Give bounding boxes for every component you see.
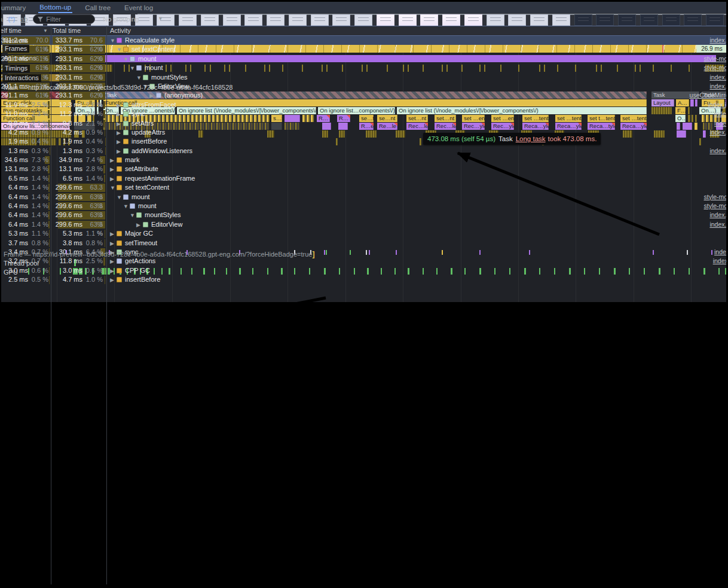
collapse-icon[interactable]: ▼: [117, 193, 123, 202]
total-time-percent: 7.4 %: [84, 156, 103, 164]
whole-word-button[interactable]: ab: [20, 16, 27, 23]
table-row[interactable]: 4.2 ms0.9 %4.2 ms0.9 %▶updateAttrsindex.…: [0, 128, 725, 137]
table-row[interactable]: 6.5 ms1.4 %6.5 ms1.4 %▶requestAnimationF…: [0, 174, 725, 183]
table-row[interactable]: 5.3 ms1.1 %5.3 ms1.1 %▶Major GC: [0, 229, 725, 238]
source-link[interactable]: index.js: [709, 211, 725, 220]
source-link[interactable]: index.js: [709, 128, 725, 137]
table-row[interactable]: 1.3 ms0.3 %1.3 ms0.3 %▶addWindowListener…: [0, 147, 725, 156]
source-link[interactable]: style-mod: [703, 63, 725, 72]
tab-summary[interactable]: Summary: [0, 2, 27, 13]
table-row[interactable]: 6.4 ms1.4 %299.6 ms63.3 %▼mountstyle-mod: [0, 202, 725, 211]
frame-thread-title[interactable]: Frame — https://id-preview--bd53fd9d-728…: [4, 250, 314, 258]
activity-color-swatch: [117, 176, 122, 181]
source-link[interactable]: index.js:: [708, 100, 725, 109]
expand-icon[interactable]: ▶: [110, 165, 117, 174]
table-row[interactable]: 291.1 ms61.6 %293.1 ms62.0 %▼mountstyle-…: [0, 63, 725, 72]
table-row[interactable]: 6.4 ms1.4 %299.6 ms63.3 %▼mountstyle-mod: [0, 193, 725, 202]
source-link[interactable]: index.: [714, 109, 725, 118]
table-row[interactable]: 11.9 ms2.5 %12.3 ms2.6 %▶attrsFromFaceti…: [0, 100, 725, 109]
collapse-icon[interactable]: ▼: [123, 55, 130, 64]
expand-icon[interactable]: ▶: [117, 110, 123, 119]
expand-icon[interactable]: ▶: [110, 156, 117, 165]
grouping-caret-icon[interactable]: ▼: [158, 16, 163, 22]
expand-icon[interactable]: ▶: [110, 267, 117, 276]
source-link[interactable]: index.js: [709, 73, 725, 82]
expand-icon[interactable]: ▶: [110, 276, 117, 282]
table-row[interactable]: 331.2 ms70.0 %333.7 ms70.6 %▼Recalculate…: [0, 36, 725, 45]
collapse-icon[interactable]: ▼: [110, 184, 117, 193]
total-time-value: 293.1 ms: [51, 73, 82, 82]
tab-call-tree[interactable]: Call tree: [84, 2, 112, 13]
self-time-value: 9.8 ms: [0, 119, 28, 128]
collapse-icon[interactable]: ▼: [130, 64, 136, 73]
source-link[interactable]: style-mod: [703, 202, 725, 211]
collapse-icon[interactable]: ▼: [130, 211, 136, 220]
self-time-value: 3.7 ms: [0, 239, 28, 248]
expand-icon[interactable]: ▶: [110, 230, 117, 239]
sort-arrow-icon[interactable]: ▼: [43, 26, 48, 35]
total-heat-bar: [104, 175, 105, 182]
table-row[interactable]: 34.6 ms7.3 %34.9 ms7.4 %▶mark: [0, 156, 725, 164]
activity-label: set textContent: [131, 45, 176, 53]
source-link[interactable]: index.js: [709, 220, 725, 229]
source-link[interactable]: index.js: [709, 82, 725, 91]
source-link[interactable]: style-mod: [703, 54, 725, 63]
collapse-icon[interactable]: ▼: [117, 45, 123, 54]
table-row[interactable]: 2.5 ms0.5 %4.7 ms1.0 %▶insertBefore: [0, 275, 725, 282]
expand-icon[interactable]: ▶: [117, 120, 123, 129]
activity-color-swatch: [117, 38, 122, 43]
filter-input[interactable]: Filter: [33, 14, 95, 24]
detail-tabs[interactable]: SummaryBottom-upCall treeEvent log: [0, 1, 725, 13]
activity-cell: ▶requestAnimationFrame: [110, 174, 195, 184]
table-row[interactable]: 291.1 ms61.6 %293.1 ms62.0 %▼mountStyles…: [0, 73, 725, 82]
source-link[interactable]: index.j: [713, 257, 725, 266]
bottom-up-table[interactable]: 331.2 ms70.0 %333.7 ms70.6 %▼Recalculate…: [0, 36, 725, 282]
table-header[interactable]: Self time ▼ Total time Activity: [0, 26, 725, 36]
table-row[interactable]: 11.0 ms2.3 %11.2 ms2.4 %▶syncindex.: [0, 109, 725, 118]
expand-icon[interactable]: ▶: [110, 257, 117, 266]
table-row[interactable]: 1.9 ms0.4 %1.9 ms0.4 %▶insertBefore: [0, 137, 725, 146]
table-row[interactable]: 6.4 ms1.4 %299.6 ms63.3 %▼set textConten…: [0, 183, 725, 192]
tab-event-log[interactable]: Event log: [123, 2, 154, 13]
total-time-value: 3.0 ms: [51, 266, 82, 275]
expand-icon[interactable]: ▶: [149, 92, 156, 100]
activity-color-swatch: [117, 166, 122, 172]
expand-icon[interactable]: ▶: [117, 147, 123, 156]
expand-icon[interactable]: ▶: [117, 101, 123, 110]
col-total-time[interactable]: Total time: [53, 26, 81, 35]
table-row[interactable]: 3.7 ms0.8 %3.8 ms0.8 %▶setTimeout: [0, 239, 725, 248]
table-row[interactable]: 6.4 ms1.4 %299.6 ms63.3 %▼mountStylesind…: [0, 211, 725, 220]
collapse-icon[interactable]: ▼: [123, 202, 130, 211]
col-activity[interactable]: Activity: [110, 26, 131, 35]
expand-icon[interactable]: ▶: [136, 221, 143, 230]
self-time-percent: 0.4 %: [30, 137, 48, 146]
table-row[interactable]: 9.8 ms2.1 %9.8 ms2.1 %▶setAttrsindex,: [0, 119, 725, 128]
table-row[interactable]: 13.1 ms2.8 %13.1 ms2.8 %▶setAttribute: [0, 164, 725, 173]
regex-button[interactable]: (*): [8, 16, 15, 23]
table-row[interactable]: 291.1 ms61.6 %293.1 ms62.0 %▼set textCon…: [0, 45, 725, 54]
col-self-time[interactable]: Self time: [0, 26, 22, 35]
expand-icon[interactable]: ▶: [117, 129, 123, 138]
tab-bottom-up[interactable]: Bottom-up: [38, 2, 72, 13]
expand-icon[interactable]: ▶: [110, 175, 117, 184]
source-link[interactable]: index.js: [709, 36, 725, 45]
expand-icon[interactable]: ▶: [117, 138, 123, 147]
column-separator: [106, 26, 107, 282]
source-link[interactable]: style-mod: [703, 193, 725, 202]
source-link[interactable]: index.js: [709, 147, 725, 156]
self-time-percent: 1.4 %: [30, 202, 48, 211]
expand-icon[interactable]: ▶: [110, 239, 117, 248]
main-thread-title[interactable]: Main — http://localhost:3000/projects/bd…: [4, 84, 233, 91]
grouping-select[interactable]: No grouping: [103, 16, 139, 23]
table-row[interactable]: 291.1 ms61.6 %293.1 ms62.0 %▼mountstyle-…: [0, 54, 725, 63]
source-link[interactable]: index.: [714, 248, 725, 257]
table-row[interactable]: 6.4 ms1.4 %299.6 ms63.3 %▶EditorViewinde…: [0, 220, 725, 229]
source-link[interactable]: index,: [714, 119, 725, 128]
self-time-percent: 0.5 %: [30, 275, 48, 282]
collapse-icon[interactable]: ▼: [110, 36, 117, 45]
table-row[interactable]: 291.1 ms61.6 %293.1 ms62.0 %▶(anonymous)…: [0, 91, 725, 100]
table-row[interactable]: 3.0 ms0.6 %3.0 ms0.6 %▶CPP GC: [0, 266, 725, 275]
long-task-link[interactable]: Long task: [516, 135, 546, 142]
source-link[interactable]: useCodeMirror: [690, 91, 725, 100]
collapse-icon[interactable]: ▼: [136, 74, 143, 83]
